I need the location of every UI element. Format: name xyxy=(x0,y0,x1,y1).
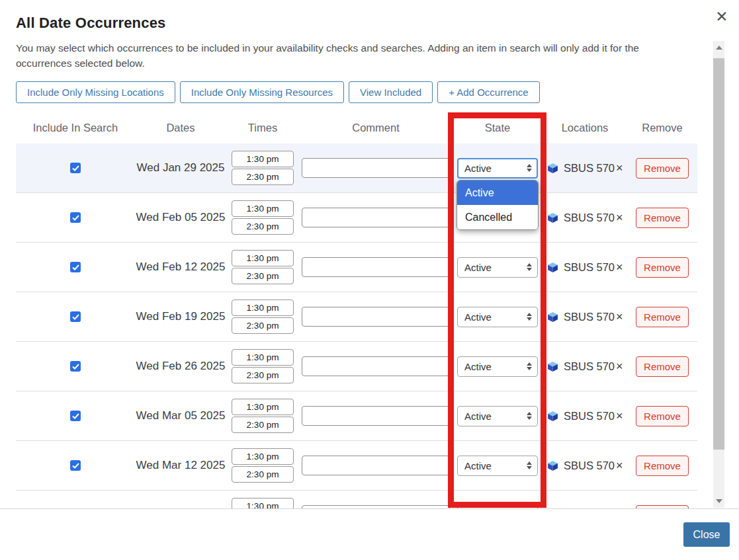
location-label: SBUS 570 xyxy=(564,410,615,422)
location-remove-icon[interactable]: × xyxy=(616,261,623,273)
remove-button[interactable]: Remove xyxy=(636,406,689,426)
start-time-input[interactable] xyxy=(232,349,294,366)
comment-input[interactable] xyxy=(302,208,450,227)
toolbar: Include Only Missing Locations Include O… xyxy=(16,81,713,103)
state-select-value: Active xyxy=(464,163,492,174)
add-occurrence-button[interactable]: + Add Occurrence xyxy=(437,81,539,103)
location-remove-icon[interactable]: × xyxy=(616,311,623,323)
occurrence-date: Wed Mar 05 2025 xyxy=(135,409,226,422)
header-state: State xyxy=(453,122,543,134)
table-row: Wed Jan 29 2025 Active SBUS 570 × Remove xyxy=(16,143,697,193)
header-comment: Comment xyxy=(299,122,453,134)
occurrence-date: Wed Feb 05 2025 xyxy=(135,211,226,224)
state-select[interactable]: Active xyxy=(457,356,538,377)
remove-button[interactable]: Remove xyxy=(636,456,689,476)
location-cube-icon xyxy=(547,163,558,174)
state-dropdown-menu: Active Cancelled xyxy=(456,180,539,230)
include-checkbox[interactable] xyxy=(70,163,81,173)
comment-input[interactable] xyxy=(302,406,450,426)
end-time-input[interactable] xyxy=(232,466,294,483)
table-row: Wed Feb 19 2025 Active SBUS 570 × Remove xyxy=(16,292,697,342)
scrollbar-thumb[interactable] xyxy=(713,58,724,450)
occurrence-date: Wed Feb 19 2025 xyxy=(135,310,226,323)
location-label: SBUS 570 xyxy=(564,360,615,373)
select-spinner-icon xyxy=(527,461,532,469)
close-icon[interactable]: ✕ xyxy=(713,7,731,26)
remove-button[interactable]: Remove xyxy=(636,208,689,228)
select-spinner-icon xyxy=(527,412,532,420)
comment-input[interactable] xyxy=(302,356,450,376)
start-time-input[interactable] xyxy=(232,200,294,217)
remove-button[interactable]: Remove xyxy=(636,356,689,377)
location-remove-icon[interactable]: × xyxy=(616,410,623,422)
state-select[interactable]: Active xyxy=(457,307,538,327)
remove-button[interactable]: Remove xyxy=(636,257,689,278)
vertical-scrollbar[interactable] xyxy=(713,41,724,508)
start-time-input[interactable] xyxy=(232,399,294,415)
location-cube-icon xyxy=(547,212,558,223)
state-select[interactable]: Active xyxy=(457,406,538,426)
start-time-input[interactable] xyxy=(232,300,294,316)
include-only-missing-locations-button[interactable]: Include Only Missing Locations xyxy=(16,81,175,103)
start-time-input[interactable] xyxy=(232,151,294,167)
start-time-input[interactable] xyxy=(232,448,294,465)
dropdown-option-active[interactable]: Active xyxy=(457,180,538,205)
state-select[interactable]: Active xyxy=(457,257,538,278)
modal-footer: Close xyxy=(0,508,739,560)
include-checkbox[interactable] xyxy=(70,212,81,223)
end-time-input[interactable] xyxy=(232,417,294,433)
all-date-occurrences-modal: All Date Occurrences You may select whic… xyxy=(0,0,739,560)
header-include-in-search: Include In Search xyxy=(16,122,135,134)
table-row: Wed Mar 05 2025 Active SBUS 570 × Remove xyxy=(16,391,697,441)
state-select[interactable]: Active xyxy=(457,158,538,179)
location-label: SBUS 570 xyxy=(564,212,615,224)
remove-button[interactable]: Remove xyxy=(636,307,689,327)
select-spinner-icon xyxy=(527,362,532,370)
occurrence-date: Wed Jan 29 2025 xyxy=(135,161,226,175)
select-spinner-icon xyxy=(527,263,532,271)
comment-input[interactable] xyxy=(302,158,450,178)
location-label: SBUS 570 xyxy=(564,311,615,323)
table-row: Wed Feb 05 2025 Active SBUS 570 × Remove xyxy=(16,193,697,243)
scrollbar-up-arrow-icon[interactable] xyxy=(713,41,724,54)
location-remove-icon[interactable]: × xyxy=(616,360,623,372)
state-select-value: Active xyxy=(464,262,492,273)
comment-input[interactable] xyxy=(302,456,450,475)
start-time-input[interactable] xyxy=(232,498,294,508)
comment-input[interactable] xyxy=(302,257,450,277)
end-time-input[interactable] xyxy=(232,317,294,334)
location-cube-icon xyxy=(547,411,558,422)
include-checkbox[interactable] xyxy=(70,361,81,372)
occurrence-date: Wed Feb 12 2025 xyxy=(135,260,226,274)
include-checkbox[interactable] xyxy=(70,411,81,421)
location-cube-icon xyxy=(547,460,558,471)
scrollbar-down-arrow-icon[interactable] xyxy=(713,495,724,508)
include-checkbox[interactable] xyxy=(70,460,81,471)
end-time-input[interactable] xyxy=(232,367,294,383)
state-select[interactable]: Active xyxy=(457,456,538,476)
state-select-value: Active xyxy=(464,411,492,422)
location-label: SBUS 570 xyxy=(564,460,615,472)
close-button[interactable]: Close xyxy=(683,522,730,547)
table-row: Wed Feb 12 2025 Active SBUS 570 × Remove xyxy=(16,243,697,292)
include-checkbox[interactable] xyxy=(70,311,81,322)
location-remove-icon[interactable]: × xyxy=(616,212,623,223)
end-time-input[interactable] xyxy=(232,218,294,235)
include-checkbox[interactable] xyxy=(70,262,81,272)
comment-input[interactable] xyxy=(302,307,450,327)
end-time-input[interactable] xyxy=(232,268,294,284)
start-time-input[interactable] xyxy=(232,250,294,266)
location-remove-icon[interactable]: × xyxy=(616,460,623,471)
state-select-value: Active xyxy=(464,361,492,372)
location-cube-icon xyxy=(547,311,558,323)
location-remove-icon[interactable]: × xyxy=(616,162,623,174)
modal-description: You may select which occurrences to be i… xyxy=(16,40,670,71)
view-included-button[interactable]: View Included xyxy=(349,81,433,103)
state-select-value: Active xyxy=(464,311,492,323)
table-row xyxy=(16,491,697,508)
remove-button[interactable]: Remove xyxy=(636,158,689,179)
end-time-input[interactable] xyxy=(232,169,294,185)
dropdown-option-cancelled[interactable]: Cancelled xyxy=(457,205,538,229)
include-only-missing-resources-button[interactable]: Include Only Missing Resources xyxy=(180,81,344,103)
select-spinner-icon xyxy=(527,313,532,321)
